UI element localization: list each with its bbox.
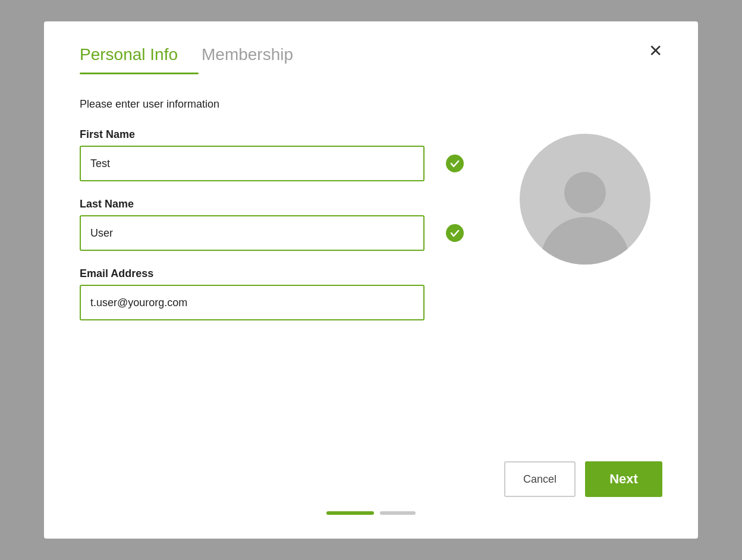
progress-indicator	[326, 511, 416, 515]
tabs-row: Personal Info Membership	[80, 45, 293, 69]
next-button[interactable]: Next	[585, 461, 662, 497]
close-icon: ✕	[649, 42, 662, 60]
last-name-check-icon	[446, 224, 464, 242]
cancel-button[interactable]: Cancel	[504, 461, 576, 497]
progress-dot-1	[326, 511, 374, 515]
last-name-input[interactable]	[80, 215, 425, 251]
avatar-body	[540, 217, 630, 265]
avatar	[520, 134, 650, 265]
modal-footer: Cancel Next	[80, 461, 662, 515]
close-button[interactable]: ✕	[649, 43, 662, 59]
avatar-person	[540, 172, 630, 265]
form-section: Please enter user information First Name	[80, 98, 472, 461]
email-input-wrapper	[80, 285, 472, 320]
first-name-input[interactable]	[80, 146, 425, 181]
avatar-section	[508, 98, 662, 461]
tab-active-underline	[80, 73, 199, 74]
modal-body: Please enter user information First Name	[80, 98, 662, 461]
first-name-input-wrapper	[80, 146, 472, 181]
email-group: Email Address	[80, 268, 472, 320]
last-name-label: Last Name	[80, 198, 472, 210]
modal-dialog: Personal Info Membership ✕ Please enter …	[44, 21, 698, 539]
email-input[interactable]	[80, 285, 425, 320]
first-name-check-icon	[446, 155, 464, 172]
avatar-head	[564, 172, 606, 213]
last-name-input-wrapper	[80, 215, 472, 251]
tab-personal-info[interactable]: Personal Info	[80, 45, 178, 69]
tab-membership[interactable]: Membership	[202, 45, 293, 69]
modal-header: Personal Info Membership ✕	[80, 45, 662, 74]
progress-dot-2	[380, 511, 416, 515]
email-label: Email Address	[80, 268, 472, 280]
last-name-group: Last Name	[80, 198, 472, 251]
first-name-label: First Name	[80, 128, 472, 141]
tabs-container: Personal Info Membership	[80, 45, 293, 74]
instruction-text: Please enter user information	[80, 98, 472, 111]
first-name-group: First Name	[80, 128, 472, 181]
modal-overlay: Personal Info Membership ✕ Please enter …	[0, 0, 742, 560]
footer-buttons: Cancel Next	[504, 461, 662, 497]
